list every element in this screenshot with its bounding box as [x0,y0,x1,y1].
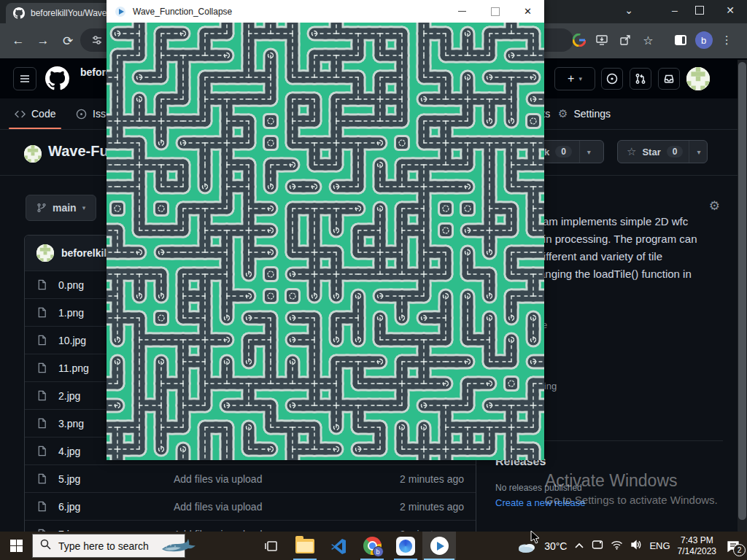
menu-kebab-icon[interactable]: ⋮ [716,29,737,51]
share-icon[interactable] [615,29,635,51]
commit-time: 2 minutes ago [400,501,464,513]
weather-cloud-icon[interactable] [516,539,537,553]
language-indicator[interactable]: ENG [649,540,670,551]
app-maximize-button[interactable] [479,0,511,23]
issues-header-button[interactable] [601,68,623,90]
taskbar-vscode[interactable] [322,532,355,560]
app-icon [115,7,125,17]
app-window: Wave_Function_Collapse ✕ [107,0,544,460]
taskbar-search[interactable]: Type here to search [32,534,185,558]
file-row[interactable]: 5.jpgAdd files via upload2 minutes ago [25,464,476,492]
tab-settings[interactable]: ⚙Settings [558,98,611,129]
install-icon[interactable] [592,29,613,51]
app-title-bar[interactable]: Wave_Function_Collapse ✕ [107,0,544,23]
about-gear-icon[interactable]: ⚙ [709,198,720,214]
tablet-mode-icon[interactable] [592,540,603,553]
clock-date: 7/14/2023 [678,546,716,557]
search-highlight-shark-image[interactable] [159,537,197,555]
active-tab-underline [9,128,61,129]
restore-icon [695,6,704,15]
file-name[interactable]: 0.png [58,279,84,291]
star-count: 0 [667,146,684,158]
google-icon[interactable] [569,29,589,51]
vscode-icon [330,537,347,555]
commit-message[interactable]: Add files via upload [174,473,262,485]
app-close-button[interactable]: ✕ [511,0,544,23]
star-label: Star [642,147,660,158]
taskbar-processing[interactable] [389,532,422,560]
file-name[interactable]: 11.png [58,362,89,374]
profile-avatar[interactable]: b [694,29,714,51]
temperature[interactable]: 30°C [544,540,567,552]
branch-icon [36,203,47,213]
file-row[interactable]: 6.jpgAdd files via upload2 minutes ago [25,492,476,520]
tab-search-chevron-icon[interactable]: ⌄ [616,0,641,20]
pull-requests-button[interactable] [630,68,651,90]
app-minimize-button[interactable] [446,0,479,23]
hamburger-menu-button[interactable] [13,67,36,90]
task-view-button[interactable] [255,532,288,560]
back-button[interactable]: ← [6,28,31,53]
file-icon [36,473,47,484]
commit-author-avatar[interactable] [36,244,54,262]
wifi-icon[interactable] [611,540,623,553]
create-release-link[interactable]: Create a new release [495,497,586,508]
branch-selector[interactable]: main ▾ [26,195,96,221]
taskbar-clock[interactable]: 7:43 PM 7/14/2023 [678,535,716,557]
window-minimize-button[interactable]: – [662,0,687,20]
file-icon [36,418,47,429]
taskbar-sketch-app[interactable] [422,532,456,560]
file-name[interactable]: 6.jpg [58,501,80,513]
caret-down-icon: ▾ [578,75,582,82]
repo-owner-avatar[interactable] [24,145,42,163]
file-name[interactable]: 5.jpg [58,473,80,485]
file-icon [36,279,47,290]
notification-center-button[interactable]: 2 [724,537,743,555]
wfc-pattern-canvas [107,23,544,460]
taskbar-chrome[interactable]: b [355,532,389,560]
star-button[interactable]: ☆ Star 0 ▾ [617,140,708,163]
volume-icon[interactable] [630,540,642,553]
page-scrollbar[interactable] [738,60,747,532]
commit-message[interactable]: Add files via upload [174,501,262,513]
github-favicon-icon [13,7,25,19]
notification-badge: 2 [733,544,746,556]
window-close-button[interactable]: ✕ [718,0,743,20]
start-button[interactable] [0,532,32,560]
tab-label: Settings [573,108,611,120]
processing-icon [396,537,415,556]
fork-caret[interactable]: ▾ [579,141,598,163]
taskbar-file-explorer[interactable] [288,532,322,560]
forward-button[interactable]: → [31,28,55,53]
star-caret[interactable]: ▾ [689,141,708,163]
window-restore-button[interactable] [687,0,712,20]
inbox-icon[interactable] [658,68,680,90]
site-settings-icon[interactable] [86,29,108,51]
search-icon [40,539,51,553]
app-title: Wave_Function_Collapse [133,7,232,17]
file-name[interactable]: 10.jpg [58,335,86,346]
file-name[interactable]: 2.jpg [58,390,80,402]
user-avatar[interactable] [686,67,710,90]
branch-caret-icon: ▾ [82,204,86,211]
file-row[interactable]: 7.jpgAdd files via upload2 minutes ago [25,520,476,532]
reload-button[interactable]: ⟳ [55,28,80,53]
tab-code[interactable]: Code [15,98,55,129]
windows-logo-icon [10,540,23,552]
file-name[interactable]: 4.jpg [58,446,80,457]
chrome-profile-badge: b [373,546,384,557]
tab-label: Code [31,108,55,120]
file-explorer-icon [295,539,314,553]
create-new-button[interactable]: + ▾ [554,67,595,90]
tray-chevron-up-icon[interactable] [574,540,584,553]
github-logo-icon[interactable] [45,66,69,90]
file-name[interactable]: 1.png [58,307,84,319]
system-tray: 30°C ENG 7:43 PM 7/14/2023 2 [516,535,747,557]
fork-count: 0 [555,146,572,158]
file-name[interactable]: 3.png [58,418,84,429]
bookmark-star-icon[interactable]: ☆ [638,29,659,51]
scrollbar-thumb[interactable] [738,62,746,520]
gear-icon: ⚙ [558,107,568,120]
side-panel-icon[interactable] [670,29,691,51]
desktop: beforelkillYou/Wave_Function_Collapse ⌄ … [0,0,747,560]
